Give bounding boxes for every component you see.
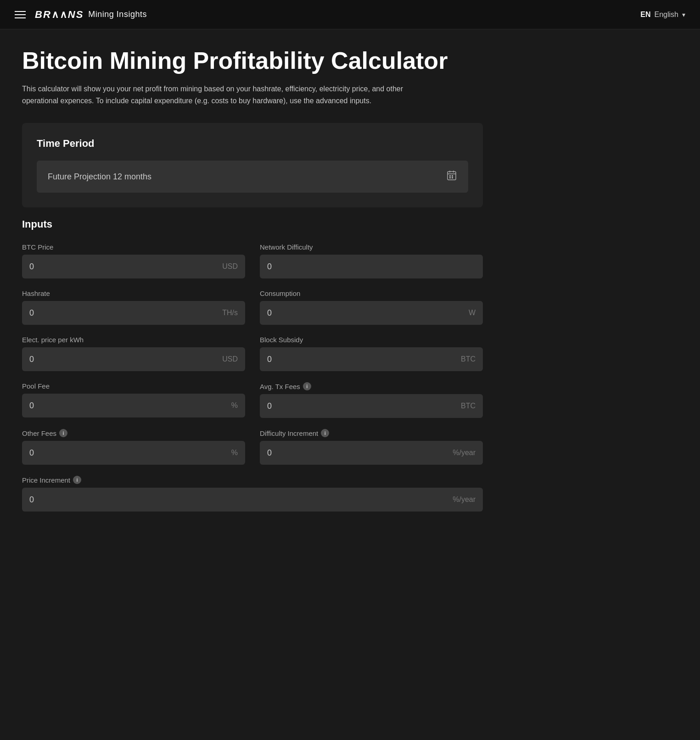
input-wrapper-network-difficulty <box>260 255 483 278</box>
unit-block-subsidy: BTC <box>461 355 476 363</box>
input-wrapper-btc-price: USD <box>22 255 245 278</box>
label-hashrate: Hashrate <box>22 289 245 297</box>
svg-rect-4 <box>449 175 451 177</box>
label-elect-price: Elect. price per kWh <box>22 336 245 344</box>
language-code: EN <box>640 11 650 19</box>
input-pool-fee[interactable] <box>29 401 228 411</box>
language-label: English <box>655 11 678 19</box>
main-content: Bitcoin Mining Profitability Calculator … <box>0 29 505 530</box>
svg-rect-5 <box>452 175 453 177</box>
unit-difficulty-increment: %/year <box>453 449 476 457</box>
unit-hashrate: TH/s <box>222 309 238 317</box>
input-btc-price[interactable] <box>29 262 218 272</box>
input-wrapper-other-fees: % <box>22 441 245 465</box>
time-period-section-title: Time Period <box>37 138 468 150</box>
input-other-fees[interactable] <box>29 448 228 458</box>
input-wrapper-price-increment: %/year <box>22 488 483 512</box>
time-period-card: Time Period Future Projection 12 months <box>22 123 483 207</box>
input-wrapper-pool-fee: % <box>22 394 245 417</box>
chevron-down-icon: ▾ <box>682 11 685 18</box>
input-block-subsidy[interactable] <box>267 355 457 364</box>
time-period-value: Future Projection 12 months <box>48 172 151 182</box>
input-group-avg-tx-fees: Avg. Tx FeesiBTC <box>260 382 483 418</box>
label-price-increment: Price Incrementi <box>22 476 483 484</box>
hamburger-menu-icon[interactable] <box>15 11 26 18</box>
navbar-left: BR∧∧NS Mining Insights <box>15 9 147 21</box>
svg-rect-7 <box>452 177 453 178</box>
unit-pool-fee: % <box>231 401 238 410</box>
label-other-fees: Other Feesi <box>22 429 245 437</box>
input-wrapper-difficulty-increment: %/year <box>260 441 483 465</box>
input-group-btc-price: BTC PriceUSD <box>22 243 245 278</box>
label-pool-fee: Pool Fee <box>22 382 245 390</box>
logo: BR∧∧NS Mining Insights <box>35 9 147 21</box>
input-group-consumption: ConsumptionW <box>260 289 483 325</box>
input-group-difficulty-increment: Difficulty Incrementi%/year <box>260 429 483 465</box>
info-icon-price-increment[interactable]: i <box>73 476 81 484</box>
input-group-elect-price: Elect. price per kWhUSD <box>22 336 245 371</box>
info-icon-difficulty-increment[interactable]: i <box>321 429 329 437</box>
label-btc-price: BTC Price <box>22 243 245 251</box>
input-wrapper-block-subsidy: BTC <box>260 347 483 371</box>
navbar: BR∧∧NS Mining Insights EN English ▾ <box>0 0 700 29</box>
input-wrapper-hashrate: TH/s <box>22 301 245 325</box>
input-network-difficulty[interactable] <box>267 262 476 272</box>
input-group-price-increment: Price Incrementi%/year <box>22 476 483 512</box>
unit-avg-tx-fees: BTC <box>461 402 476 410</box>
input-elect-price[interactable] <box>29 355 218 364</box>
logo-brains: BR∧∧NS <box>35 9 84 21</box>
input-price-increment[interactable] <box>29 495 449 505</box>
input-difficulty-increment[interactable] <box>267 448 449 458</box>
input-group-hashrate: HashrateTH/s <box>22 289 245 325</box>
inputs-grid: BTC PriceUSDNetwork DifficultyHashrateTH… <box>22 243 483 512</box>
label-block-subsidy: Block Subsidy <box>260 336 483 344</box>
inputs-section: Inputs BTC PriceUSDNetwork DifficultyHas… <box>22 218 483 512</box>
input-hashrate[interactable] <box>29 308 218 318</box>
label-network-difficulty: Network Difficulty <box>260 243 483 251</box>
unit-consumption: W <box>469 309 476 317</box>
info-icon-avg-tx-fees[interactable]: i <box>303 382 311 390</box>
input-group-block-subsidy: Block SubsidyBTC <box>260 336 483 371</box>
unit-other-fees: % <box>231 449 238 457</box>
label-consumption: Consumption <box>260 289 483 297</box>
input-wrapper-consumption: W <box>260 301 483 325</box>
page-title: Bitcoin Mining Profitability Calculator <box>22 48 483 74</box>
input-group-pool-fee: Pool Fee% <box>22 382 245 418</box>
unit-btc-price: USD <box>222 262 238 271</box>
inputs-section-title: Inputs <box>22 218 483 230</box>
unit-elect-price: USD <box>222 355 238 363</box>
page-description: This calculator will show you your net p… <box>22 83 435 106</box>
language-selector[interactable]: EN English ▾ <box>640 11 685 19</box>
input-group-network-difficulty: Network Difficulty <box>260 243 483 278</box>
info-icon-other-fees[interactable]: i <box>59 429 67 437</box>
input-group-other-fees: Other Feesi% <box>22 429 245 465</box>
input-consumption[interactable] <box>267 308 465 318</box>
input-wrapper-avg-tx-fees: BTC <box>260 394 483 418</box>
label-difficulty-increment: Difficulty Incrementi <box>260 429 483 437</box>
calendar-icon <box>446 170 457 184</box>
time-period-selector[interactable]: Future Projection 12 months <box>37 161 468 193</box>
unit-price-increment: %/year <box>453 495 476 504</box>
svg-rect-6 <box>449 177 451 178</box>
label-avg-tx-fees: Avg. Tx Feesi <box>260 382 483 390</box>
logo-subtitle: Mining Insights <box>88 10 147 19</box>
input-wrapper-elect-price: USD <box>22 347 245 371</box>
input-avg-tx-fees[interactable] <box>267 401 457 411</box>
